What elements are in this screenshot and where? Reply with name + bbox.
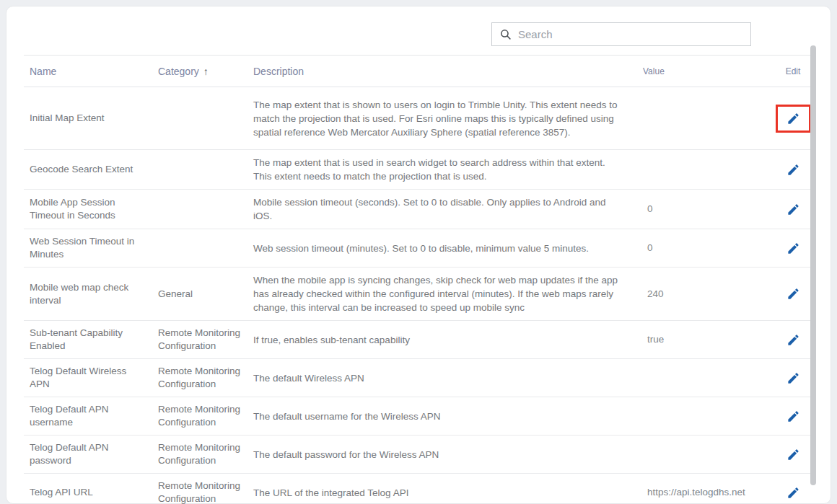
table-row: Initial Map Extent The map extent that i… bbox=[24, 87, 815, 150]
edit-button[interactable] bbox=[786, 203, 800, 216]
table-row: Mobile web map check interval General Wh… bbox=[24, 268, 815, 321]
table-row: Telog API URL Remote Monitoring Configur… bbox=[24, 474, 815, 504]
annotation-highlight-box bbox=[778, 481, 809, 504]
search-icon bbox=[499, 28, 512, 40]
setting-value: 0 bbox=[637, 236, 771, 260]
pencil-icon bbox=[786, 448, 800, 461]
column-header-name[interactable]: Name bbox=[24, 66, 152, 77]
annotation-highlight-box bbox=[778, 328, 809, 352]
setting-description: If true, enables sub-tenant capability bbox=[247, 327, 637, 353]
annotation-highlight-box bbox=[776, 105, 811, 133]
setting-description: The default password for the Wireless AP… bbox=[247, 442, 637, 467]
vertical-scrollbar[interactable] bbox=[810, 45, 816, 485]
settings-table-body: Initial Map Extent The map extent that i… bbox=[24, 87, 815, 504]
column-header-description[interactable]: Description bbox=[247, 66, 637, 77]
table-row: Sub-tenant Capability Enabled Remote Mon… bbox=[24, 321, 815, 359]
pencil-icon bbox=[786, 112, 800, 125]
search-input[interactable] bbox=[518, 28, 743, 40]
setting-name: Sub-tenant Capability Enabled bbox=[24, 321, 152, 358]
edit-button[interactable] bbox=[786, 333, 800, 347]
table-row: Telog Default APN password Remote Monito… bbox=[24, 436, 815, 474]
edit-button[interactable] bbox=[786, 448, 800, 461]
table-row: Telog Default APN username Remote Monito… bbox=[24, 397, 815, 436]
pencil-icon bbox=[786, 242, 800, 255]
setting-category: Remote Monitoring Configuration bbox=[152, 397, 247, 435]
pencil-icon bbox=[786, 486, 800, 500]
edit-button[interactable] bbox=[786, 242, 800, 255]
column-header-edit: Edit bbox=[771, 66, 815, 76]
setting-category: Remote Monitoring Configuration bbox=[152, 321, 247, 358]
pencil-icon bbox=[786, 163, 800, 177]
pencil-icon bbox=[786, 287, 800, 301]
setting-value bbox=[637, 112, 771, 124]
sort-ascending-icon: ↑ bbox=[203, 66, 209, 77]
annotation-highlight-box bbox=[778, 282, 809, 306]
edit-button[interactable] bbox=[786, 163, 800, 177]
setting-category: General bbox=[152, 282, 247, 306]
setting-description: Web session timeout (minutes). Set to 0 … bbox=[247, 236, 637, 261]
setting-value: 0 bbox=[637, 197, 771, 221]
table-header-row: Name Category↑ Description Value Edit bbox=[24, 55, 815, 87]
setting-description: The map extent that is used in search wi… bbox=[247, 150, 637, 189]
setting-name: Mobile App Session Timeout in Seconds bbox=[24, 190, 152, 228]
pencil-icon bbox=[786, 371, 800, 385]
column-header-value[interactable]: Value bbox=[637, 66, 771, 76]
table-row: Telog Default Wireless APN Remote Monito… bbox=[24, 359, 815, 397]
table-row: Web Session Timeout in Minutes Web sessi… bbox=[24, 229, 815, 268]
setting-value bbox=[637, 164, 771, 175]
annotation-highlight-box bbox=[778, 366, 809, 390]
setting-description: Mobile session timeout (seconds). Set to… bbox=[247, 190, 637, 229]
edit-button[interactable] bbox=[786, 371, 800, 385]
setting-name: Telog API URL bbox=[24, 480, 152, 504]
column-header-category[interactable]: Category↑ bbox=[152, 66, 247, 77]
setting-category bbox=[152, 112, 247, 124]
setting-description: The default Wireless APN bbox=[247, 366, 637, 391]
setting-category: Remote Monitoring Configuration bbox=[152, 474, 247, 504]
setting-name: Telog Default Wireless APN bbox=[24, 359, 152, 397]
setting-category bbox=[152, 242, 247, 254]
setting-description: The URL of the integrated Telog API bbox=[247, 480, 637, 504]
setting-description: When the mobile app is syncing changes, … bbox=[247, 268, 637, 320]
annotation-highlight-box bbox=[778, 158, 809, 182]
setting-category bbox=[152, 203, 247, 215]
setting-value: 240 bbox=[637, 282, 771, 306]
setting-name: Telog Default APN password bbox=[24, 436, 152, 473]
settings-card: Name Category↑ Description Value Edit In… bbox=[6, 6, 831, 504]
edit-button[interactable] bbox=[786, 410, 800, 423]
setting-name: Initial Map Extent bbox=[24, 106, 152, 131]
annotation-highlight-box bbox=[778, 198, 809, 221]
pencil-icon bbox=[786, 333, 800, 347]
search-box[interactable] bbox=[491, 22, 751, 46]
setting-name: Web Session Timeout in Minutes bbox=[24, 229, 152, 267]
setting-value bbox=[637, 410, 771, 422]
pencil-icon bbox=[786, 410, 800, 423]
setting-value: true bbox=[637, 327, 771, 352]
pencil-icon bbox=[786, 203, 800, 216]
edit-button[interactable] bbox=[786, 287, 800, 301]
edit-button[interactable] bbox=[786, 112, 800, 125]
setting-name: Telog Default APN username bbox=[24, 397, 152, 435]
setting-name: Mobile web map check interval bbox=[24, 275, 152, 313]
setting-category bbox=[152, 164, 247, 175]
annotation-highlight-box bbox=[778, 404, 809, 428]
setting-description: The map extent that is shown to users on… bbox=[247, 92, 637, 145]
column-header-category-label: Category bbox=[158, 66, 199, 77]
table-row: Mobile App Session Timeout in Seconds Mo… bbox=[24, 190, 815, 229]
setting-description: The default username for the Wireless AP… bbox=[247, 404, 637, 429]
settings-table: Name Category↑ Description Value Edit In… bbox=[24, 55, 815, 504]
setting-value bbox=[637, 448, 771, 460]
setting-value bbox=[637, 372, 771, 384]
edit-button[interactable] bbox=[786, 486, 800, 500]
setting-name: Geocode Search Extent bbox=[24, 157, 152, 182]
annotation-highlight-box bbox=[778, 443, 809, 467]
setting-value: https://api.telogdhs.net bbox=[637, 480, 771, 504]
table-row: Geocode Search Extent The map extent tha… bbox=[24, 150, 815, 190]
setting-category: Remote Monitoring Configuration bbox=[152, 436, 247, 473]
setting-category: Remote Monitoring Configuration bbox=[152, 359, 247, 397]
annotation-highlight-box bbox=[778, 236, 809, 260]
